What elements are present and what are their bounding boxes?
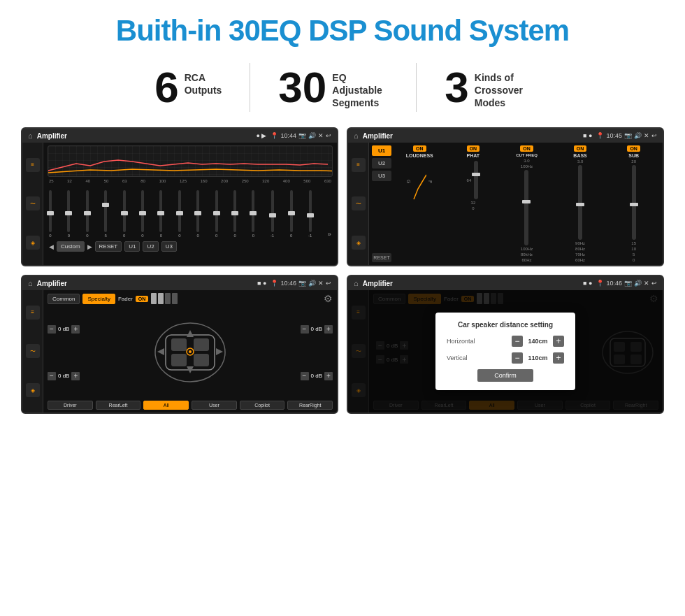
horizontal-plus-btn[interactable]: +	[553, 336, 564, 347]
page-container: Buith-in 30EQ DSP Sound System 6 RCA Out…	[0, 0, 685, 616]
sidebar-wave-btn[interactable]: 〜	[26, 196, 40, 210]
eq-slider-11[interactable]: 0	[233, 190, 236, 238]
sidebar-eq-btn-3[interactable]: ≡	[26, 306, 40, 320]
plus-br[interactable]: +	[324, 372, 333, 380]
eq-slider-10[interactable]: 0	[215, 190, 218, 238]
status-dots-2: ■ ●	[583, 132, 592, 139]
sub-on[interactable]: ON	[627, 145, 640, 152]
bass-on[interactable]: ON	[574, 145, 587, 152]
eq-slider-13[interactable]: -1	[271, 190, 274, 238]
status-dots-4: ■ ●	[583, 280, 592, 287]
eq-sliders: 0 0 0 5 0 0 0 0 0 0 0 0 -1 0 -1	[48, 185, 333, 238]
next-preset-btn[interactable]: ▶	[87, 243, 92, 250]
right-controls: − 0 dB + − 0 dB +	[301, 307, 333, 398]
status-icons-1: 📍 10:44 📷 🔊 ✕ ↩	[271, 132, 331, 139]
u1-btn-1[interactable]: U1	[124, 241, 140, 252]
cam-icon-1: 📷	[298, 132, 306, 139]
sidebar-vol-btn[interactable]: ◈	[26, 236, 40, 250]
loudness-on[interactable]: ON	[413, 145, 426, 152]
time-1: 10:44	[280, 132, 296, 139]
db-row-tr: − 0 dB +	[301, 325, 333, 334]
home-icon-1[interactable]: ⌂	[28, 131, 33, 140]
vol-icon-4: 🔊	[634, 280, 642, 287]
plus-tl[interactable]: +	[71, 325, 80, 334]
sidebar-eq-btn-2[interactable]: ≡	[352, 158, 366, 172]
u3-preset[interactable]: U3	[372, 171, 391, 181]
time-3: 10:46	[280, 280, 296, 287]
db-val-tr: 0 dB	[311, 326, 322, 332]
fader-bar-4	[172, 293, 178, 304]
back-icon-4[interactable]: ↩	[651, 280, 657, 287]
eq-slider-4[interactable]: 5	[104, 190, 107, 238]
stat-number-crossover: 3	[445, 66, 468, 109]
rear-left-btn[interactable]: RearLeft	[96, 401, 141, 410]
vertical-plus-btn[interactable]: +	[553, 352, 564, 364]
home-icon-2[interactable]: ⌂	[354, 131, 359, 140]
back-icon-1[interactable]: ↩	[326, 132, 331, 139]
home-icon-4[interactable]: ⌂	[354, 279, 359, 287]
eq-slider-3[interactable]: 0	[86, 190, 89, 238]
copilot-btn[interactable]: Copilot	[240, 401, 285, 410]
sidebar-vol-btn-3[interactable]: ◈	[26, 383, 40, 397]
eq-slider-7[interactable]: 0	[159, 190, 162, 238]
cutfreq-on[interactable]: ON	[520, 145, 533, 152]
specialty-tab[interactable]: Specialty	[82, 294, 115, 304]
status-bar-2: ⌂ Amplifier ■ ● 📍 10:45 📷 🔊 ✕ ↩	[348, 129, 663, 143]
prev-preset-btn[interactable]: ◀	[49, 243, 54, 250]
eq-slider-12[interactable]: 0	[252, 190, 254, 238]
back-icon-3[interactable]: ↩	[326, 280, 331, 287]
u2-preset[interactable]: U2	[372, 158, 391, 169]
stat-rca: 6 RCA Outputs	[127, 66, 250, 109]
home-icon-3[interactable]: ⌂	[28, 279, 33, 287]
plus-bl[interactable]: +	[71, 372, 80, 380]
fader-on-badge[interactable]: ON	[136, 296, 149, 302]
confirm-btn[interactable]: Confirm	[477, 369, 533, 382]
eq-slider-8[interactable]: 0	[178, 190, 181, 238]
sidebar-eq-btn[interactable]: ≡	[26, 158, 40, 172]
eq-slider-14[interactable]: 0	[290, 190, 293, 238]
driver-btn[interactable]: Driver	[48, 401, 93, 410]
eq-slider-1[interactable]: 0	[49, 190, 52, 238]
status-bar-4: ⌂ Amplifier ■ ● 📍 10:46 📷 🔊 ✕ ↩	[348, 276, 663, 290]
sidebar-wave-btn-3[interactable]: 〜	[26, 344, 40, 358]
eq-slider-5[interactable]: 0	[123, 190, 126, 238]
eq-slider-2[interactable]: 0	[67, 190, 70, 238]
app-name-1: Amplifier	[37, 132, 67, 140]
phat-on[interactable]: ON	[467, 145, 480, 152]
u3-btn-1[interactable]: U3	[161, 241, 177, 252]
loudness-label: LOUDNESS	[406, 153, 433, 158]
minus-bl[interactable]: −	[48, 372, 56, 380]
eq-slider-6[interactable]: 0	[141, 190, 144, 238]
common-tab[interactable]: Common	[48, 294, 80, 304]
db-ctrl-tl: − 0 dB +	[48, 325, 80, 334]
amp-presets: U1 U2 U3 RESET	[372, 145, 391, 262]
reset-btn-1[interactable]: RESET	[95, 241, 122, 252]
fader-label: Fader	[118, 296, 133, 302]
rear-right-btn[interactable]: RearRight	[287, 401, 333, 410]
svg-rect-0	[48, 146, 332, 176]
reset-btn-amp[interactable]: RESET	[372, 253, 391, 262]
user-btn[interactable]: User	[192, 401, 237, 410]
minus-tr[interactable]: −	[301, 325, 309, 334]
minus-br[interactable]: −	[301, 372, 309, 380]
status-dots-3: ■ ●	[257, 280, 266, 287]
vertical-minus-btn[interactable]: −	[512, 352, 523, 364]
arrow-right-icon[interactable]: »	[328, 231, 331, 238]
fader-bar-3	[165, 293, 171, 304]
all-btn[interactable]: All	[143, 401, 189, 410]
custom-preset-btn[interactable]: Custom	[57, 241, 85, 252]
eq-slider-9[interactable]: 0	[196, 190, 199, 238]
settings-icon[interactable]: ⚙	[324, 293, 333, 304]
minus-tl[interactable]: −	[48, 325, 56, 334]
vertical-value: 110cm	[526, 354, 550, 361]
u2-btn-1[interactable]: U2	[143, 241, 158, 252]
sidebar-wave-btn-2[interactable]: 〜	[352, 196, 366, 210]
plus-tr[interactable]: +	[324, 325, 333, 334]
horizontal-minus-btn[interactable]: −	[512, 336, 523, 347]
u1-preset[interactable]: U1	[372, 145, 391, 156]
sidebar-vol-btn-2[interactable]: ◈	[352, 236, 366, 250]
eq-slider-15[interactable]: -1	[308, 190, 312, 238]
screen-content-4: ≡ 〜 ◈ Common Specialty Fader ON	[348, 290, 663, 413]
screen-sidebar-2: ≡ 〜 ◈	[348, 143, 369, 265]
back-icon-2[interactable]: ↩	[651, 132, 657, 139]
